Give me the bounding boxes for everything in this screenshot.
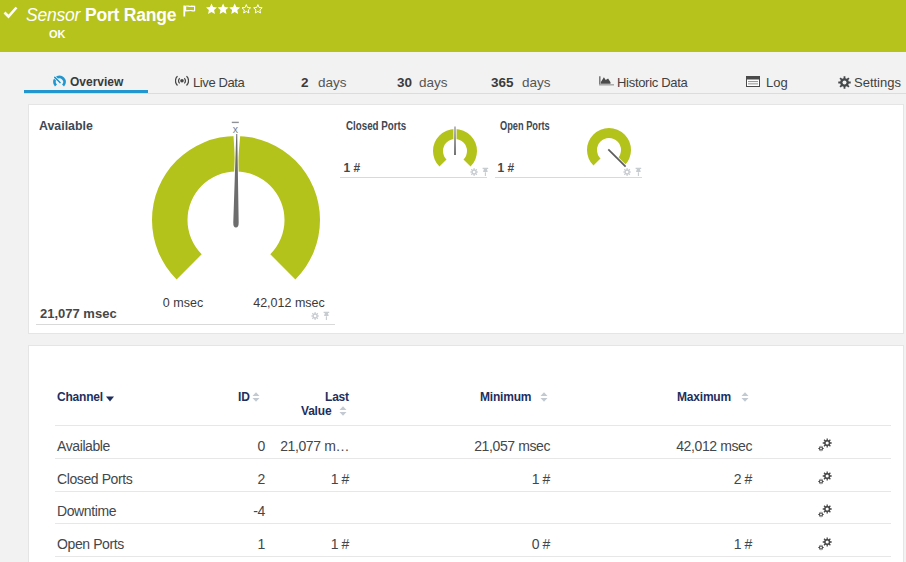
- svg-text:x: x: [233, 123, 239, 135]
